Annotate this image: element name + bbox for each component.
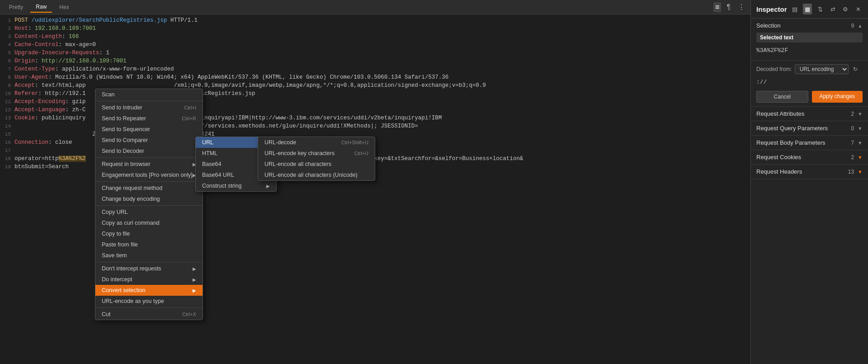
selection-content: Selected text %3A%2F%2F	[751, 33, 868, 60]
inspector-detail-view-icon[interactable]: ▦	[803, 4, 812, 14]
request-headers-count: 13	[848, 169, 854, 175]
request-query-params-chevron-icon: ▼	[858, 126, 863, 131]
menu-url-encode-type[interactable]: URL-encode as you type	[95, 296, 203, 307]
line-1: 1 POST /uddiexplorer/SearchPublicRegistr…	[0, 16, 750, 24]
submenu-url-options: URL-decode Ctrl+Shift+U URL-encode key c…	[258, 137, 375, 181]
request-headers-chevron-icon: ▼	[858, 169, 863, 175]
menu-do-intercept[interactable]: Do intercept ▶	[95, 274, 203, 285]
menu-save-item[interactable]: Save item	[95, 250, 203, 261]
line-2: 2 Host: 192.168.0.109:7001	[0, 24, 750, 33]
tab-bar: Pretty Raw Hex ≡ ¶ ⋮	[0, 0, 750, 14]
menu-copy-curl[interactable]: Copy as curl command	[95, 217, 203, 228]
menu-send-sequencer[interactable]: Send to Sequencer	[95, 124, 203, 135]
submenu-url-encode-unicode[interactable]: URL-encode all characters (Unicode)	[258, 170, 375, 180]
word-wrap-icon[interactable]: ≡	[713, 2, 721, 12]
submenu-url-encode-all[interactable]: URL-encode all characters	[258, 159, 375, 170]
line-5: 5 Upgrade-Insecure-Requests: 1	[0, 49, 750, 57]
request-cookies-count: 2	[851, 154, 854, 161]
menu-send-decoder[interactable]: Send to Decoder	[95, 146, 203, 156]
inspector-title: Inspector	[756, 5, 787, 13]
selection-chevron-icon: ▲	[858, 23, 863, 28]
inspector-close-icon[interactable]: ✕	[854, 4, 863, 14]
request-cookies-section: Request Cookies 2 ▼	[751, 150, 868, 165]
decoded-encoding-select[interactable]: URL encoding HTML encoding Base64	[795, 64, 849, 74]
request-attributes-header[interactable]: Request Attributes 2 ▼	[751, 107, 868, 121]
inspector-list-view-icon[interactable]: ▤	[791, 4, 800, 14]
menu-separator-2	[95, 157, 203, 158]
request-body-params-section: Request Body Parameters 7 ▼	[751, 136, 868, 150]
menu-send-repeater[interactable]: Send to Repeater Ctrl+R	[95, 113, 203, 124]
request-body-params-count: 7	[851, 140, 854, 146]
selection-section-header[interactable]: Selection 9 ▲	[751, 19, 868, 33]
more-options-icon[interactable]: ⋮	[736, 2, 747, 12]
request-query-params-header[interactable]: Request Query Parameters 0 ▼	[751, 121, 868, 135]
menu-send-intruder[interactable]: Send to Intruder Ctrl+I	[95, 102, 203, 113]
request-query-params-section: Request Query Parameters 0 ▼	[751, 121, 868, 136]
tab-hex[interactable]: Hex	[54, 2, 74, 12]
request-attributes-count: 2	[851, 111, 854, 117]
decoded-value: ://	[756, 77, 863, 87]
menu-change-method[interactable]: Change request method	[95, 183, 203, 194]
tab-pretty[interactable]: Pretty	[4, 2, 28, 12]
request-headers-section: Request Headers 13 ▼	[751, 165, 868, 179]
menu-separator-5	[95, 262, 203, 262]
menu-convert-selection[interactable]: Convert selection ▶	[95, 285, 203, 296]
inspector-expand-icon[interactable]: ⇅	[816, 4, 825, 14]
menu-request-browser[interactable]: Request in browser ▶	[95, 159, 203, 170]
line-6: 6 Origin: http://192.168.0.109:7001	[0, 57, 750, 65]
refresh-icon[interactable]: ↻	[853, 66, 858, 72]
request-cookies-chevron-icon: ▼	[858, 155, 863, 160]
line-3: 3 Content-Length: 166	[0, 33, 750, 41]
request-attributes-chevron-icon: ▼	[858, 111, 863, 117]
editor-panel: Pretty Raw Hex ≡ ¶ ⋮ 1 POST /uddiexplore…	[0, 0, 750, 364]
inspector-collapse-icon[interactable]: ⇄	[828, 4, 837, 14]
context-menu: Scan Send to Intruder Ctrl+I Send to Rep…	[95, 89, 203, 320]
menu-separator-6	[95, 307, 203, 308]
inspector-settings-icon[interactable]: ⚙	[841, 4, 850, 14]
decoded-from-label: Decoded from: URL encoding HTML encoding…	[756, 64, 863, 74]
menu-cut[interactable]: Cut Ctrl+X	[95, 309, 203, 320]
inspector-header: Inspector ▤ ▦ ⇅ ⇄ ⚙ ✕	[751, 0, 868, 19]
menu-scan[interactable]: Scan	[95, 89, 203, 100]
selection-label: Selection	[756, 22, 780, 29]
line-4: 4 Cache-Control: max-age=0	[0, 41, 750, 49]
menu-dont-intercept[interactable]: Don't intercept requests ▶	[95, 263, 203, 274]
cancel-button[interactable]: Cancel	[756, 91, 808, 103]
menu-change-body-encoding[interactable]: Change body encoding	[95, 194, 203, 204]
menu-copy-url[interactable]: Copy URL	[95, 207, 203, 217]
request-headers-header[interactable]: Request Headers 13 ▼	[751, 165, 868, 179]
menu-separator-1	[95, 101, 203, 101]
submenu-construct-string[interactable]: Construct string ▶	[196, 180, 276, 191]
selected-text-label: Selected text	[756, 33, 863, 43]
submenu-url-decode[interactable]: URL-decode Ctrl+Shift+U	[258, 137, 375, 148]
menu-separator-4	[95, 205, 203, 206]
tab-raw[interactable]: Raw	[30, 2, 52, 13]
inspector-panel: Inspector ▤ ▦ ⇅ ⇄ ⚙ ✕ Selection 9 ▲ Sele…	[750, 0, 868, 364]
selected-text-value: %3A%2F%2F	[756, 45, 863, 56]
selection-count: 9	[851, 23, 854, 29]
request-cookies-header[interactable]: Request Cookies 2 ▼	[751, 150, 868, 164]
menu-engagement-tools[interactable]: Engagement tools [Pro version only] ▶	[95, 170, 203, 180]
decoded-actions: Cancel Apply changes	[756, 91, 863, 103]
decoded-section: Decoded from: URL encoding HTML encoding…	[751, 61, 868, 107]
apply-changes-button[interactable]: Apply changes	[812, 91, 863, 103]
menu-paste-file[interactable]: Paste from file	[95, 239, 203, 250]
request-query-params-count: 0	[851, 125, 854, 132]
request-body-params-header[interactable]: Request Body Parameters 7 ▼	[751, 136, 868, 150]
selection-section: Selection 9 ▲ Selected text %3A%2F%2F	[751, 19, 868, 61]
submenu-url-encode-key[interactable]: URL-encode key characters Ctrl+U	[258, 148, 375, 159]
line-7: 7 Content-Type: application/x-www-form-u…	[0, 65, 750, 73]
line-8: 8 User-Agent: Mozilla/5.0 (Windows NT 10…	[0, 73, 750, 81]
request-attributes-section: Request Attributes 2 ▼	[751, 107, 868, 121]
request-body-params-chevron-icon: ▼	[858, 140, 863, 146]
menu-send-comparer[interactable]: Send to Comparer	[95, 135, 203, 146]
menu-separator-3	[95, 181, 203, 182]
line-numbers-icon[interactable]: ¶	[725, 2, 732, 12]
tab-icons: ≡ ¶ ⋮	[713, 2, 747, 12]
menu-copy-file[interactable]: Copy to file	[95, 228, 203, 239]
